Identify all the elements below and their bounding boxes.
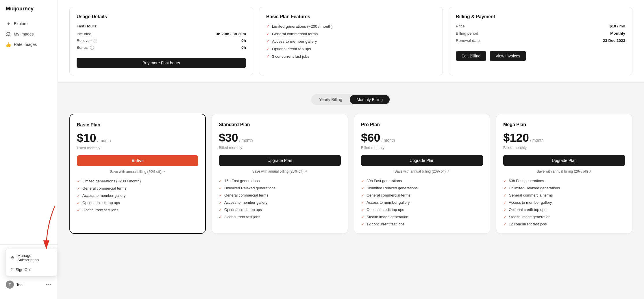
check-icon-0: ✓ [266,24,270,29]
save-text-basic: Save with annual billing (20% off) ↗ [77,170,198,174]
plan-check-icon: ✓ [503,215,506,219]
plan-price-basic: $10 [77,132,96,145]
plan-price-row-mega: $120 / month [503,131,625,144]
plan-billed-mega: Billed monthly [503,145,625,150]
plan-feature-standard-2: ✓ General commercial terms [219,193,341,198]
plan-check-icon: ✓ [503,193,506,198]
edit-billing-button[interactable]: Edit Billing [456,51,486,61]
plan-price-mega: $120 [503,131,529,144]
compass-icon: ✦ [6,21,11,26]
sign-out-item[interactable]: ⤴ Sign Out [7,265,55,274]
usage-label-included: Included [77,32,91,36]
pricing-card-standard: Standard Plan $30 / month Billed monthly… [212,114,348,234]
plan-billed-pro: Billed monthly [361,145,483,150]
usage-row-rollover: Rollover i 0h [77,38,246,43]
upgrade-button-standard[interactable]: Upgrade Plan [219,155,341,166]
plan-check-icon: ✓ [361,186,364,190]
plan-billed-standard: Billed monthly [219,145,341,150]
plan-feature-standard-4: ✓ Optional credit top ups [219,208,341,212]
user-popup-menu: ⚙ Manage Subscription ⤴ Sign Out [5,249,57,276]
active-button-basic[interactable]: Active [77,155,198,166]
image-icon: 🖼 [6,31,11,37]
plan-price-row-basic: $10 / month [77,132,198,145]
usage-label-bonus: Bonus i [77,45,94,50]
plan-feature-pro-3: ✓ Access to member gallery [361,200,483,205]
monthly-billing-toggle[interactable]: Monthly Billing [350,95,390,104]
billing-card-title: Billing & Payment [456,14,625,19]
plan-feature-basic-0: ✓ Limited generations (~200 / month) [77,179,198,184]
plan-feature-pro-4: ✓ Optional credit top ups [361,208,483,212]
check-icon-2: ✓ [266,39,270,44]
thumbs-up-icon: 👍 [6,42,11,47]
billing-value-renewal: 23 Dec 2023 [603,38,625,43]
feature-item-2: ✓ Access to member gallery [266,39,436,44]
plan-feature-pro-2: ✓ General commercial terms [361,193,483,198]
usage-value-rollover: 0h [241,38,246,43]
feature-item-4: ✓ 3 concurrent fast jobs [266,54,436,59]
plan-feature-mega-5: ✓ Stealth image generation [503,215,625,219]
plan-check-icon: ✓ [219,179,222,183]
plan-check-icon: ✓ [77,194,80,198]
plan-check-icon: ✓ [503,186,506,190]
settings-icon: ⚙ [11,255,14,260]
sidebar-nav: ✦ Explore 🖼 My Images 👍 Rate Images [0,19,58,244]
plan-name-pro: Pro Plan [361,122,483,127]
plan-price-standard: $30 [219,131,238,144]
plan-check-icon: ✓ [361,193,364,198]
plan-check-icon: ✓ [77,201,80,205]
plan-feature-standard-1: ✓ Unlimited Relaxed generations [219,186,341,190]
plan-period-basic: / month [97,138,111,143]
plan-check-icon: ✓ [219,193,222,198]
rollover-info-icon[interactable]: i [93,39,97,43]
user-row[interactable]: T Test ••• [2,278,55,291]
sidebar-item-my-images[interactable]: 🖼 My Images [2,29,55,39]
usage-label-rollover: Rollover i [77,38,97,43]
bonus-info-icon[interactable]: i [90,46,94,50]
plan-feature-standard-3: ✓ Access to member gallery [219,200,341,205]
plan-feature-mega-3: ✓ Access to member gallery [503,200,625,205]
upgrade-button-pro[interactable]: Upgrade Plan [361,155,483,166]
upgrade-button-mega[interactable]: Upgrade Plan [503,155,625,166]
app-logo: Midjourney [0,6,58,19]
plan-check-icon: ✓ [361,179,364,183]
view-invoices-button[interactable]: View Invoices [490,51,526,61]
top-cards-row: Usage Details Fast Hours: Included 3h 20… [58,0,644,83]
sidebar-item-explore[interactable]: ✦ Explore [2,19,55,29]
feature-item-1: ✓ General commercial terms [266,31,436,36]
features-list: ✓ Limited generations (~200 / month) ✓ G… [266,24,436,59]
billing-price-row: Price $10 / mo [456,24,625,28]
sidebar-item-rate-images[interactable]: 👍 Rate Images [2,40,55,49]
billing-label-price: Price [456,24,465,28]
pricing-card-mega: Mega Plan $120 / month Billed monthly Up… [496,114,632,234]
features-card: Basic Plan Features ✓ Limited generation… [259,7,443,75]
sidebar-item-label: Explore [14,21,27,26]
save-text-standard: Save with annual billing (20% off) ↗ [219,169,341,173]
pricing-section: Basic Plan $10 / month Billed monthly Ac… [58,114,644,245]
more-options-icon[interactable]: ••• [46,282,52,287]
plan-period-pro: / month [382,138,395,143]
plan-check-icon: ✓ [219,201,222,205]
plan-feature-basic-4: ✓ 3 concurrent fast jobs [77,208,198,212]
billing-renewal-row: Renewal date 23 Dec 2023 [456,38,625,43]
plan-feature-basic-1: ✓ General commercial terms [77,186,198,191]
plan-feature-mega-4: ✓ Optional credit top ups [503,208,625,212]
popup-item-label: Sign Out [16,268,31,272]
billing-card: Billing & Payment Price $10 / mo Billing… [449,7,632,75]
manage-subscription-item[interactable]: ⚙ Manage Subscription [7,251,55,265]
plan-price-row-standard: $30 / month [219,131,341,144]
plan-feature-standard-0: ✓ 15h Fast generations [219,179,341,183]
pricing-grid: Basic Plan $10 / month Billed monthly Ac… [69,114,632,234]
plan-feature-basic-3: ✓ Optional credit top ups [77,201,198,205]
plan-features-basic: ✓ Limited generations (~200 / month) ✓ G… [77,179,198,212]
plan-features-mega: ✓ 60h Fast generations ✓ Unlimited Relax… [503,179,625,227]
plan-period-standard: / month [239,138,253,143]
pricing-card-pro: Pro Plan $60 / month Billed monthly Upgr… [354,114,490,234]
yearly-billing-toggle[interactable]: Yearly Billing [312,95,349,104]
popup-item-label: Manage Subscription [17,253,52,262]
buy-fast-hours-button[interactable]: Buy more Fast hours [77,58,246,68]
plan-features-standard: ✓ 15h Fast generations ✓ Unlimited Relax… [219,179,341,219]
plan-name-basic: Basic Plan [77,122,198,128]
plan-feature-standard-5: ✓ 3 concurrent fast jobs [219,215,341,219]
plan-check-icon: ✓ [361,208,364,212]
plan-check-icon: ✓ [503,201,506,205]
